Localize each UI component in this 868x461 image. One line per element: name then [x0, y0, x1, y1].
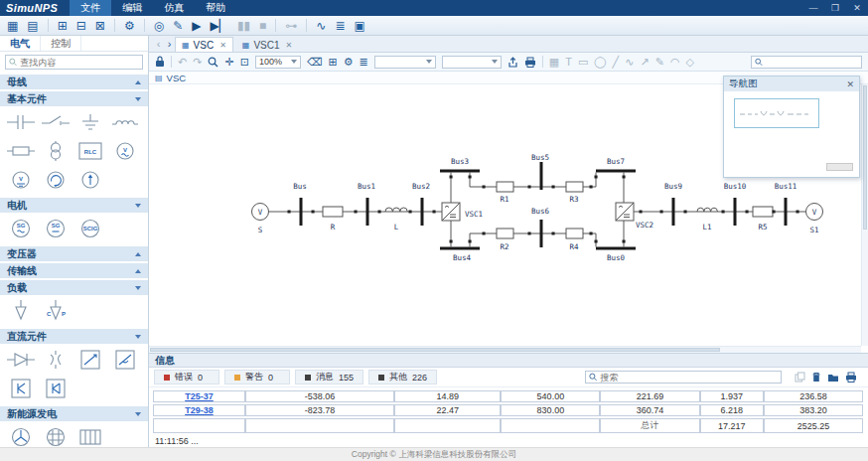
export-icon[interactable]: [507, 57, 518, 68]
pv-solar-icon[interactable]: [38, 424, 72, 447]
tab-vsc[interactable]: ▦ VSC ✕: [175, 37, 233, 52]
sidebar-section-transmission-lines[interactable]: 传输线: [0, 263, 148, 278]
library-list-icon[interactable]: ▤: [27, 20, 38, 32]
insert-image-icon[interactable]: ▦: [549, 57, 559, 68]
navigator-zoom-button[interactable]: [826, 163, 853, 171]
fit-view-icon[interactable]: ⊡: [240, 57, 249, 68]
synchronous-generator-icon[interactable]: SG: [3, 216, 38, 241]
insert-text-icon[interactable]: T: [565, 57, 572, 68]
message-search-input[interactable]: [600, 373, 778, 383]
thyristor-icon[interactable]: [38, 347, 72, 373]
draw-rect-icon[interactable]: ▭: [578, 57, 588, 68]
lock-icon[interactable]: [155, 56, 165, 68]
undo-icon[interactable]: ↶: [178, 57, 187, 68]
scrollbar-thumb[interactable]: [150, 348, 720, 352]
message-link[interactable]: T29-38: [153, 404, 245, 416]
sidebar-section-basic-components[interactable]: 基本元件: [0, 91, 148, 106]
sidebar-section-busbar[interactable]: 母线: [0, 75, 148, 89]
import-model-icon[interactable]: ⊟: [76, 20, 86, 32]
sidebar-section-dc-components[interactable]: 直流元件: [0, 329, 148, 344]
canvas-search[interactable]: [751, 56, 862, 69]
horizontal-scrollbar[interactable]: [149, 346, 861, 353]
ground-icon[interactable]: [72, 109, 107, 135]
monitor-icon[interactable]: ▣: [354, 20, 364, 32]
restore-icon[interactable]: ❐: [824, 3, 846, 13]
sidebar-search-input[interactable]: [20, 58, 139, 68]
grid-icon[interactable]: ⊞: [328, 57, 337, 68]
tab-nav-back-icon[interactable]: ‹: [153, 38, 164, 52]
breadcrumb-label[interactable]: VSC: [167, 73, 187, 83]
tab-nav-forward-icon[interactable]: ›: [164, 38, 175, 52]
zoom-level-select[interactable]: 100%: [255, 56, 301, 69]
open-model-icon[interactable]: ⊞: [58, 20, 68, 32]
config-select[interactable]: [442, 56, 502, 69]
sidebar-search[interactable]: [5, 55, 143, 70]
static-load-icon[interactable]: [3, 298, 38, 324]
connect-icon[interactable]: ⊶: [285, 20, 297, 32]
navigator-header[interactable]: 导航图 ✕: [724, 77, 859, 91]
diode-bridge-icon[interactable]: [72, 347, 107, 373]
draw-pen-icon[interactable]: ✎: [655, 57, 664, 68]
filter-messages[interactable]: 消息 155: [295, 370, 363, 384]
ac-voltage-source-icon[interactable]: V: [107, 138, 142, 164]
edit-script-icon[interactable]: ✎: [173, 20, 183, 32]
export-model-icon[interactable]: ⊠: [95, 20, 105, 32]
igbt-diode-icon[interactable]: [38, 376, 72, 401]
close-icon[interactable]: ✕: [846, 79, 854, 89]
print-icon[interactable]: [524, 57, 536, 68]
induction-generator-icon[interactable]: SCIG: [72, 216, 107, 241]
erase-icon[interactable]: ⌫: [307, 57, 323, 68]
cvp-load-icon[interactable]: CP: [38, 298, 72, 324]
step-run-icon[interactable]: ▶▏: [210, 20, 227, 32]
sidebar-section-motors[interactable]: 电机: [0, 198, 148, 213]
draw-arc-icon[interactable]: ◠: [670, 57, 680, 68]
print-icon[interactable]: [845, 372, 857, 383]
sidebar-section-loads[interactable]: 负载: [0, 280, 148, 295]
message-search[interactable]: [585, 371, 782, 384]
stop-icon[interactable]: ■: [259, 20, 266, 32]
menu-file[interactable]: 文件: [70, 0, 111, 16]
scenario-select[interactable]: [374, 56, 436, 69]
minimize-icon[interactable]: —: [802, 3, 824, 13]
capacitor-icon[interactable]: [3, 109, 38, 135]
dc-voltage-source-icon[interactable]: V: [3, 167, 38, 193]
battery-icon[interactable]: [72, 424, 107, 447]
navigator-thumbnail[interactable]: [734, 98, 819, 128]
filter-others[interactable]: 其他 226: [368, 370, 437, 384]
gear-icon[interactable]: ⚙: [344, 57, 354, 68]
draw-line-icon[interactable]: ╱: [613, 57, 620, 68]
draw-arrow-icon[interactable]: ↗: [640, 57, 649, 68]
draw-polyline-icon[interactable]: ∿: [625, 57, 634, 68]
transformer-icon[interactable]: [38, 138, 72, 164]
draw-ellipse-icon[interactable]: ◯: [594, 57, 606, 68]
rlc-branch-icon[interactable]: RLC: [72, 138, 107, 164]
filter-errors[interactable]: 错误 0: [154, 370, 219, 384]
settings-icon[interactable]: ⚙: [124, 20, 135, 32]
close-icon[interactable]: ✕: [846, 3, 868, 13]
message-link[interactable]: T25-37: [153, 390, 245, 402]
tab-control[interactable]: 控制: [41, 36, 81, 51]
menu-edit[interactable]: 编辑: [111, 0, 153, 16]
close-tab-icon[interactable]: ✕: [219, 41, 226, 50]
redo-icon[interactable]: ↷: [193, 57, 202, 68]
inductor-icon[interactable]: [107, 109, 142, 135]
thyristor-bridge-icon[interactable]: [107, 347, 142, 373]
menu-simulation[interactable]: 仿真: [153, 0, 195, 16]
draw-polygon-icon[interactable]: ◇: [686, 57, 694, 68]
scope-chart-icon[interactable]: ∿: [316, 20, 326, 32]
layers-icon[interactable]: ≣: [360, 57, 368, 68]
sidebar-section-renewable-generation[interactable]: 新能源发电: [0, 406, 148, 421]
run-icon[interactable]: ▶: [192, 20, 201, 32]
tab-electrical[interactable]: 电气: [0, 36, 41, 51]
synchronous-machine-icon[interactable]: SG: [38, 216, 72, 241]
target-config-icon[interactable]: ◎: [154, 20, 164, 32]
sidebar-section-transformers[interactable]: 变压器: [0, 246, 148, 261]
controlled-source-icon[interactable]: [38, 167, 72, 193]
breaker-icon[interactable]: [38, 109, 72, 135]
pause-icon[interactable]: ▮▮: [237, 20, 250, 32]
resistor-icon[interactable]: [3, 138, 38, 164]
folder-icon[interactable]: [827, 373, 839, 383]
vertical-scrollbar[interactable]: [861, 84, 868, 346]
copy-icon[interactable]: [795, 372, 805, 383]
library-grid-icon[interactable]: ▦: [7, 20, 18, 32]
